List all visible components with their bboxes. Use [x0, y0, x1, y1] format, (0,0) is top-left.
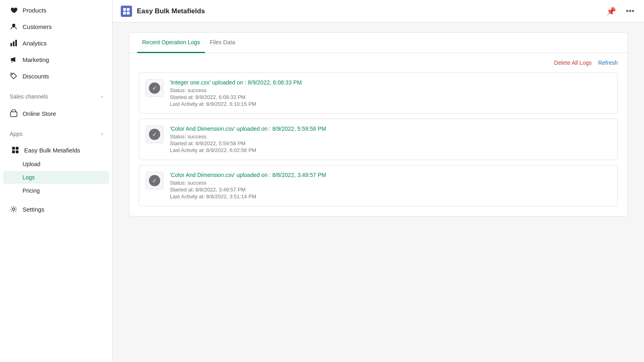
log-status-1: Status: success: [170, 87, 611, 93]
sidebar-apps-label: Apps: [10, 131, 23, 137]
log-title-3: 'Color And Dimension.csv' uploaded on : …: [170, 172, 611, 178]
svg-point-4: [12, 74, 13, 75]
svg-rect-11: [123, 8, 126, 11]
chevron-right-icon: ›: [101, 94, 103, 99]
sidebar-sales-channels-label: Sales channels: [10, 93, 48, 100]
tab-recent-logs[interactable]: Recent Operation Logs: [137, 33, 205, 53]
sidebar-item-customers[interactable]: Customers: [3, 19, 109, 35]
main-card: Recent Operation Logs Files Data Delete …: [129, 32, 628, 216]
sidebar-item-products[interactable]: Products: [3, 2, 109, 18]
svg-rect-6: [12, 147, 15, 150]
sidebar-apps-header[interactable]: Apps ›: [3, 127, 109, 141]
delete-all-logs-button[interactable]: Delete All Logs: [554, 60, 592, 66]
log-activity-3: Last Activity at: 8/8/2022, 3:51:14 PM: [170, 193, 611, 200]
log-started-2: Started at: 8/9/2022, 5:59:58 PM: [170, 140, 611, 146]
svg-rect-14: [127, 12, 130, 14]
sidebar-discounts-label: Discounts: [23, 73, 49, 80]
log-icon-wrap-3: ✓: [146, 172, 163, 189]
content-area: Recent Operation Logs Files Data Delete …: [113, 23, 644, 362]
topbar-left: Easy Bulk Metafields: [121, 6, 205, 17]
more-button[interactable]: •••: [624, 5, 636, 17]
sidebar-sales-channels-section: Sales channels › Online Store: [0, 86, 112, 123]
svg-point-10: [12, 208, 15, 210]
check-icon-2: ✓: [149, 129, 160, 140]
svg-rect-5: [10, 112, 17, 117]
log-icon-wrap-1: ✓: [146, 79, 163, 97]
svg-rect-9: [16, 150, 19, 153]
sidebar-settings-section: Settings: [0, 199, 112, 219]
sidebar-marketing-label: Marketing: [23, 56, 49, 63]
svg-rect-13: [123, 12, 126, 14]
person-icon: [10, 23, 18, 31]
sidebar-customers-label: Customers: [23, 23, 52, 30]
main-area: Easy Bulk Metafields 📌 ••• Recent Operat…: [113, 0, 644, 362]
log-activity-2: Last Activity at: 8/9/2022, 6:02:56 PM: [170, 147, 611, 153]
sidebar-upload-label: Upload: [23, 161, 40, 167]
svg-rect-8: [12, 150, 15, 153]
log-entry: ✓ 'Color And Dimension.csv' uploaded on …: [139, 165, 618, 206]
log-entry: ✓ 'Color And Dimension.csv' uploaded on …: [139, 119, 618, 160]
topbar: Easy Bulk Metafields 📌 •••: [113, 0, 644, 23]
sidebar-online-store-label: Online Store: [23, 110, 56, 117]
refresh-button[interactable]: Refresh: [598, 60, 618, 66]
logs-toolbar: Delete All Logs Refresh: [129, 53, 627, 72]
svg-rect-12: [127, 8, 130, 11]
sidebar-pricing-label: Pricing: [23, 187, 40, 194]
check-icon-1: ✓: [149, 82, 160, 94]
log-started-3: Started at: 8/8/2022, 3:49:57 PM: [170, 187, 611, 193]
sidebar-settings-label: Settings: [23, 206, 44, 213]
check-icon-3: ✓: [149, 175, 160, 186]
gear-icon: [10, 205, 18, 213]
sidebar-item-discounts[interactable]: Discounts: [3, 68, 109, 84]
online-store-icon: [10, 109, 18, 117]
bar-chart-icon: [10, 39, 18, 47]
sidebar-item-upload[interactable]: Upload: [3, 158, 109, 171]
log-status-2: Status: success: [170, 134, 611, 140]
heart-icon: [10, 6, 18, 14]
log-activity-1: Last Activity at: 8/9/2022, 6:10:15 PM: [170, 101, 611, 107]
log-title-2: 'Color And Dimension.csv' uploaded on : …: [170, 125, 611, 132]
sidebar-easy-bulk-label: Easy Bulk Metafields: [24, 147, 80, 154]
log-details-3: 'Color And Dimension.csv' uploaded on : …: [170, 172, 611, 200]
log-status-3: Status: success: [170, 180, 611, 186]
sidebar-submenu: Upload Logs Pricing: [0, 158, 112, 197]
sidebar-products-label: Products: [23, 7, 46, 14]
grid-icon: [11, 146, 19, 154]
page-title: Easy Bulk Metafields: [137, 7, 205, 15]
tag-icon: [10, 72, 18, 80]
sidebar-apps-section: Apps › Easy Bulk Metafields Upload Logs: [0, 123, 112, 199]
pin-button[interactable]: 📌: [605, 5, 618, 18]
sidebar-main-nav: Products Customers Analytics: [0, 0, 112, 86]
log-started-1: Started at: 8/9/2022, 6:08:33 PM: [170, 94, 611, 100]
svg-point-0: [12, 24, 15, 27]
sidebar-sales-channels-header[interactable]: Sales channels ›: [3, 89, 109, 104]
sidebar-item-easy-bulk[interactable]: Easy Bulk Metafields: [3, 143, 109, 157]
log-title-1: 'Integer one.csv' uploaded on : 8/9/2022…: [170, 79, 611, 86]
sidebar-item-pricing[interactable]: Pricing: [3, 184, 109, 197]
app-icon: [121, 6, 132, 17]
topbar-right: 📌 •••: [605, 5, 636, 18]
svg-rect-7: [16, 147, 19, 150]
chevron-right-icon-apps: ›: [101, 131, 103, 137]
sidebar-item-logs[interactable]: Logs: [3, 171, 109, 184]
svg-rect-2: [13, 41, 14, 46]
tab-bar: Recent Operation Logs Files Data: [129, 33, 627, 53]
sidebar-logs-label: Logs: [23, 174, 35, 181]
megaphone-icon: [10, 56, 18, 64]
sidebar-item-marketing[interactable]: Marketing: [3, 51, 109, 68]
svg-rect-1: [10, 43, 12, 46]
log-entry: ✓ 'Integer one.csv' uploaded on : 8/9/20…: [139, 72, 618, 114]
sidebar-analytics-label: Analytics: [23, 40, 47, 47]
log-details-1: 'Integer one.csv' uploaded on : 8/9/2022…: [170, 79, 611, 107]
log-icon-wrap-2: ✓: [146, 125, 163, 143]
log-list: ✓ 'Integer one.csv' uploaded on : 8/9/20…: [129, 72, 627, 216]
sidebar-item-online-store[interactable]: Online Store: [3, 105, 109, 121]
sidebar-item-analytics[interactable]: Analytics: [3, 35, 109, 51]
log-details-2: 'Color And Dimension.csv' uploaded on : …: [170, 125, 611, 153]
sidebar-item-settings[interactable]: Settings: [3, 201, 109, 217]
sidebar: Products Customers Analytics: [0, 0, 113, 362]
tab-files-data[interactable]: Files Data: [205, 33, 240, 53]
svg-rect-3: [15, 40, 17, 46]
